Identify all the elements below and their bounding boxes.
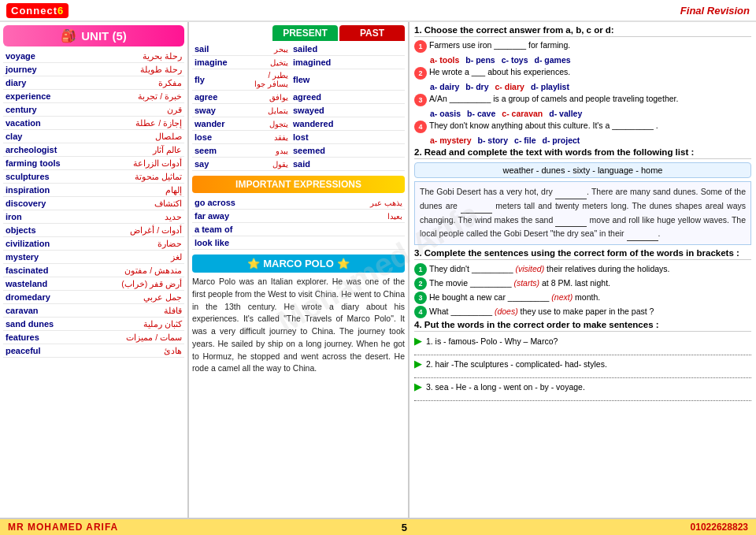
passage-box: The Gobi Desert has a very hot, dry . Th… xyxy=(414,181,751,245)
section3-question: 3 He bought a new car _________ (next) m… xyxy=(414,292,751,304)
verb-past: lost xyxy=(291,131,405,144)
option: a- dairy xyxy=(430,82,459,91)
q-text: He wrote a ___ about his experiences. xyxy=(429,67,751,76)
marco-star2: ⭐ xyxy=(337,258,350,269)
vocab-en: inspiration xyxy=(3,184,90,197)
header-left: Connect6 xyxy=(6,3,69,18)
verb-ar: يفقد xyxy=(243,131,291,144)
marco-polo-title: ⭐ MARCO POLO ⭐ xyxy=(192,254,405,273)
exp-ar: يذهب عبر xyxy=(309,196,405,210)
answer-line xyxy=(414,393,751,401)
vocab-ar: صلصال xyxy=(90,130,184,143)
vocab-row: sculpturesتماثيل منحوتة xyxy=(3,170,184,184)
q-options: a- dairy b- dry c- diary d- playlist xyxy=(430,82,751,91)
section3-title: 3. Complete the sentences using the corr… xyxy=(414,248,751,260)
verb-row: wanderيتجولwandered xyxy=(192,117,405,131)
vocab-en: clay xyxy=(3,130,90,143)
vocab-ar: كثبان رملية xyxy=(90,318,184,331)
verb-ar: يطير / يسافر جوا xyxy=(243,69,291,91)
vocab-row: archeologistعالم آثار xyxy=(3,143,184,157)
q-text: He bought a new car _________ (next) mon… xyxy=(429,292,600,302)
exp-en: far away xyxy=(192,210,309,223)
q-text: The movie _________ (starts) at 8 PM. la… xyxy=(429,278,610,288)
verb-table: sailيبحرsailedimagineيتخيلimaginedflyيطي… xyxy=(192,43,405,171)
verb-row: swayيتمايلswayed xyxy=(192,104,405,117)
option: b- pens xyxy=(465,55,495,65)
vocab-en: farming tools xyxy=(3,157,90,170)
vocab-row: peacefulهادئ xyxy=(3,344,184,358)
section3-questions: 1 They didn't _________ (visited) their … xyxy=(414,263,751,318)
vocab-ar: تماثيل منحوتة xyxy=(90,170,184,184)
vocab-en: voyage xyxy=(3,50,90,63)
q-num: 3 xyxy=(414,94,427,106)
q-num: 1 xyxy=(414,40,427,53)
verb-past: sailed xyxy=(291,43,405,56)
vocab-en: caravan xyxy=(3,304,90,318)
vocab-row: journeyرحلة طويلة xyxy=(3,63,184,76)
middle-column: PRESENT PAST sailيبحرsailedimagineيتخيلi… xyxy=(189,22,410,518)
vocab-ar: حديد xyxy=(90,210,184,224)
main-content: 🎒 UNIT (5) voyageرحلة بحريةjourneyرحلة ط… xyxy=(0,22,756,518)
vocab-ar: قافلة xyxy=(90,304,184,318)
vocab-row: dromedaryجمل عربي xyxy=(3,291,184,304)
verb-row: flyيطير / يسافر جواflew xyxy=(192,69,405,91)
vocab-en: iron xyxy=(3,210,90,224)
right-column: 1. Choose the correct answer from a, b, … xyxy=(410,22,756,518)
section4-question: ▶ 3. sea - He - a long - went on - by - … xyxy=(414,381,751,401)
vocab-en: vacation xyxy=(3,117,90,130)
vocab-en: dromedary xyxy=(3,291,90,304)
option: a- tools xyxy=(430,55,459,65)
vocab-row: clayصلصال xyxy=(3,130,184,143)
option: b- story xyxy=(478,136,509,145)
vocab-en: sand dunes xyxy=(3,318,90,331)
vocab-ar: مفكرة xyxy=(90,76,184,90)
vocab-en: fascinated xyxy=(3,264,90,277)
option: a- mystery xyxy=(430,136,472,145)
exp-en: go across xyxy=(192,196,309,210)
past-header: PAST xyxy=(339,25,405,41)
vocab-ar: جمل عربي xyxy=(90,291,184,304)
vocab-ar: رحلة طويلة xyxy=(90,63,184,76)
vocab-row: featuresسمات / مميزات xyxy=(3,331,184,344)
option: b- dry xyxy=(465,82,488,91)
q-num: 4 xyxy=(414,306,427,318)
verb-row: loseيفقدlost xyxy=(192,131,405,144)
vocab-ar: إجازة / عطلة xyxy=(90,117,184,130)
option: b- cave xyxy=(467,109,495,118)
unit-icon: 🎒 xyxy=(61,28,76,43)
vocab-en: objects xyxy=(3,224,90,237)
q-text: What _________ (does) they use to make p… xyxy=(429,307,654,316)
section1-question: 2 He wrote a ___ about his experiences. … xyxy=(414,67,751,91)
passage-text: The Gobi Desert has a very hot, dry . Th… xyxy=(420,187,746,238)
verb-row: sailيبحرsailed xyxy=(192,43,405,56)
vocab-ar: حضارة xyxy=(90,237,184,251)
vocab-ar: هادئ xyxy=(90,344,184,358)
q-text: A/An _________ is a group of camels and … xyxy=(429,94,751,103)
blank4 xyxy=(627,227,658,241)
unit-title: 🎒 UNIT (5) xyxy=(3,25,184,46)
section3-question: 1 They didn't _________ (visited) their … xyxy=(414,263,751,276)
option: a- oasis xyxy=(430,109,461,118)
vocab-row: caravanقافلة xyxy=(3,304,184,318)
bracket-word: (does) xyxy=(495,307,518,316)
option: d- valley xyxy=(549,109,582,118)
vocab-row: vacationإجازة / عطلة xyxy=(3,117,184,130)
q-row: 1 Farmers use iron _______ for farming. xyxy=(414,40,751,53)
vocab-en: century xyxy=(3,103,90,117)
vocab-row: sand dunesكثبان رملية xyxy=(3,318,184,331)
verb-past: swayed xyxy=(291,104,405,117)
vocab-en: wasteland xyxy=(3,277,90,291)
q-row: 2 He wrote a ___ about his experiences. xyxy=(414,67,751,80)
vocab-en: mystery xyxy=(3,251,90,264)
vocab-en: journey xyxy=(3,63,90,76)
verb-header: PRESENT PAST xyxy=(192,25,405,41)
q-options: a- oasis b- cave c- caravan d- valley xyxy=(430,109,751,118)
verb-ar: يبحر xyxy=(243,43,291,56)
q-text: 2. hair -The sculptures - complicated- h… xyxy=(426,359,607,369)
vocab-row: centuryقرن xyxy=(3,103,184,117)
expression-row: far awayبعيدا xyxy=(192,210,405,223)
blank1 xyxy=(555,185,587,199)
header: Connect6 Final Revision xyxy=(0,0,756,22)
verb-present: fly xyxy=(192,69,243,91)
vocab-ar: مندهش / مفتون xyxy=(90,264,184,277)
